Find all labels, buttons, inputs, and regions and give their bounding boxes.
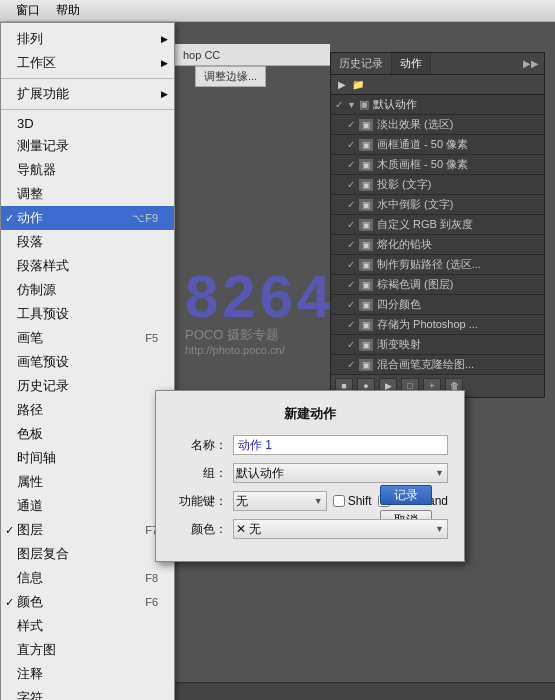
menu-item-[interactable]: 测量记录 [1,134,174,158]
menu-separator [1,109,174,110]
menu-item-[interactable]: 路径 [1,398,174,422]
record-button[interactable]: 记录 [380,485,432,505]
menu-bar: 窗口 帮助 [0,0,555,22]
menu-label: 注释 [17,665,43,683]
menu-item-[interactable]: ✓颜色F6 [1,590,174,614]
menu-item-[interactable]: 段落样式 [1,254,174,278]
action-label: 木质画框 - 50 像素 [377,157,468,172]
color-select[interactable]: ✕ 无 [233,519,448,539]
action-item[interactable]: ✓▣水中倒影 (文字) [331,195,544,215]
menu-item-[interactable]: 排列 [1,27,174,51]
window-menu[interactable]: 窗口 [8,0,48,21]
action-label: 混合画笔克隆绘图... [377,357,474,372]
menu-item-[interactable]: ✓图层F7 [1,518,174,542]
shift-checkbox[interactable] [333,495,345,507]
menu-label: 颜色 [17,593,43,611]
toolbar-expand-icon[interactable]: ▶ [335,79,349,90]
menu-label: 属性 [17,473,43,491]
menu-item-[interactable]: 直方图 [1,638,174,662]
menu-label: 段落 [17,233,43,251]
shift-checkbox-item[interactable]: Shift [333,494,372,508]
menu-item-[interactable]: 历史记录 [1,374,174,398]
menu-item-[interactable]: 扩展功能 [1,82,174,106]
action-label: 棕褐色调 (图层) [377,277,453,292]
menu-label: 历史记录 [17,377,69,395]
name-input[interactable] [233,435,448,455]
group-select[interactable]: 默认动作 [233,463,448,483]
action-label: 投影 (文字) [377,177,431,192]
tab-actions[interactable]: 动作 [392,53,431,74]
tab-history[interactable]: 历史记录 [331,53,392,74]
ps-title: hop CC [183,49,220,61]
action-icon-box: ▣ [359,219,373,231]
action-item[interactable]: ✓▣渐变映射 [331,335,544,355]
action-check-icon: ✓ [347,199,359,210]
menu-separator [1,78,174,79]
action-item[interactable]: ✓▣熔化的铅块 [331,235,544,255]
action-item[interactable]: ✓▣自定义 RGB 到灰度 [331,215,544,235]
action-check-icon: ✓ [347,239,359,250]
action-item[interactable]: ✓▣画框通道 - 50 像素 [331,135,544,155]
menu-item-[interactable]: 仿制源 [1,278,174,302]
menu-item-[interactable]: 时间轴 [1,446,174,470]
action-icon-box: ▣ [359,199,373,211]
menu-item-[interactable]: 工作区 [1,51,174,75]
menu-item-[interactable]: 工具预设 [1,302,174,326]
action-label: 自定义 RGB 到灰度 [377,217,473,232]
menu-label: 样式 [17,617,43,635]
dialog-title: 新建动作 [172,405,448,423]
action-label: 制作剪贴路径 (选区... [377,257,481,272]
action-item[interactable]: ✓▣木质画框 - 50 像素 [331,155,544,175]
menu-item-[interactable]: 导航器 [1,158,174,182]
menu-item-[interactable]: 色板 [1,422,174,446]
actions-list: ✓▣淡出效果 (选区)✓▣画框通道 - 50 像素✓▣木质画框 - 50 像素✓… [331,115,544,375]
menu-label: 画笔 [17,329,43,347]
menu-item-[interactable]: ✓动作⌥F9 [1,206,174,230]
menu-label: 字符 [17,689,43,700]
action-item[interactable]: ✓▣制作剪贴路径 (选区... [331,255,544,275]
menu-item-[interactable]: 注释 [1,662,174,686]
menu-label: 色板 [17,425,43,443]
action-item[interactable]: ✓▣混合画笔克隆绘图... [331,355,544,375]
action-item[interactable]: ✓▣棕褐色调 (图层) [331,275,544,295]
menu-label: 时间轴 [17,449,56,467]
menu-item-[interactable]: 调整 [1,182,174,206]
color-label: 颜色： [172,521,227,538]
action-check-icon: ✓ [347,259,359,270]
action-label: 渐变映射 [377,337,421,352]
action-check-icon: ✓ [347,219,359,230]
menu-label: 扩展功能 [17,85,69,103]
action-check-icon: ✓ [347,359,359,370]
action-item[interactable]: ✓▣存储为 Photoshop ... [331,315,544,335]
shift-label: Shift [348,494,372,508]
menu-label: 动作 [17,209,43,227]
action-item[interactable]: ✓▣四分颜色 [331,295,544,315]
section-folder-icon: ▣ [359,98,369,111]
funckey-select[interactable]: 无 [233,491,327,511]
menu-item-[interactable]: 画笔预设 [1,350,174,374]
menu-item-[interactable]: 段落 [1,230,174,254]
menu-item-[interactable]: 信息F8 [1,566,174,590]
adjust-edge-button[interactable]: 调整边缘... [195,66,266,87]
menu-label: 排列 [17,30,43,48]
action-item[interactable]: ✓▣投影 (文字) [331,175,544,195]
menu-item-[interactable]: 画笔F5 [1,326,174,350]
help-menu[interactable]: 帮助 [48,0,88,21]
action-icon-box: ▣ [359,359,373,371]
menu-item-[interactable]: 通道 [1,494,174,518]
panel-section-header[interactable]: ✓ ▼ ▣ 默认动作 [331,95,544,115]
menu-item-[interactable]: 图层复合 [1,542,174,566]
menu-label: 调整 [17,185,43,203]
menu-label: 段落样式 [17,257,69,275]
menu-item-[interactable]: 样式 [1,614,174,638]
menu-item-[interactable]: 属性 [1,470,174,494]
action-item[interactable]: ✓▣淡出效果 (选区) [331,115,544,135]
panel-tab-more[interactable]: ▶▶ [518,53,544,74]
menu-label: 画笔预设 [17,353,69,371]
menu-item-3D[interactable]: 3D [1,113,174,134]
action-label: 四分颜色 [377,297,421,312]
section-check: ✓ [335,99,347,110]
menu-label: 3D [17,116,34,131]
menu-item-[interactable]: 字符 [1,686,174,700]
toolbar-folder-icon[interactable]: 📁 [349,79,367,90]
